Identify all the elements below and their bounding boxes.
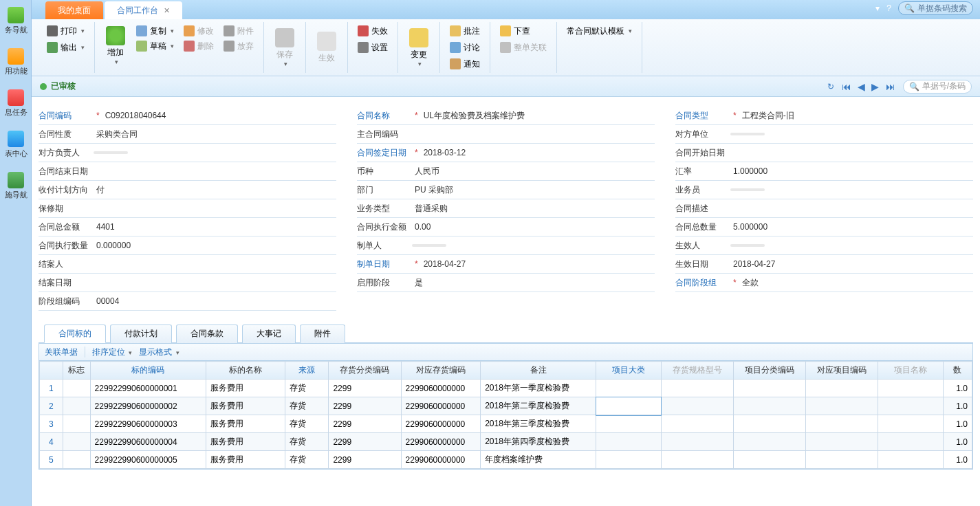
field-stage-group[interactable]: 全款: [739, 276, 973, 290]
cell-proj-cat[interactable]: [596, 451, 662, 469]
nav-item-guide2[interactable]: 施导航: [0, 165, 32, 206]
cell-qty[interactable]: 1.0: [943, 380, 972, 397]
cell-proj-code[interactable]: [806, 380, 878, 397]
field-salesman[interactable]: [730, 188, 765, 191]
field-rate[interactable]: 1.000000: [730, 165, 973, 177]
sort-button[interactable]: 排序定位 ▾: [92, 346, 132, 358]
discuss-button[interactable]: 讨论: [447, 40, 483, 55]
cell-proj-cat[interactable]: [596, 397, 662, 415]
field-closer[interactable]: [94, 263, 336, 265]
cell-flag[interactable]: [63, 380, 90, 397]
cell-qty[interactable]: 1.0: [943, 451, 972, 469]
cell-code[interactable]: 229922990600000004: [90, 433, 206, 451]
col-flag[interactable]: 标志: [63, 362, 90, 380]
cell-qty[interactable]: 1.0: [943, 415, 972, 433]
cell-cat[interactable]: 2299: [329, 433, 401, 451]
refresh-icon[interactable]: ↻: [827, 82, 834, 91]
cell-remark[interactable]: 2018年第三季度检验费: [481, 415, 596, 433]
field-warranty[interactable]: [94, 207, 336, 210]
nav-item-report[interactable]: 表中心: [0, 124, 32, 165]
cell-proj-code[interactable]: [806, 397, 878, 415]
cell-flag[interactable]: [63, 451, 90, 469]
tab-attach[interactable]: 附件: [300, 324, 345, 343]
cell-proj-code[interactable]: [806, 415, 878, 433]
cell-code[interactable]: 229922990600000005: [90, 451, 206, 469]
cell-inv[interactable]: 2299060000000: [401, 397, 481, 415]
cell-cat[interactable]: 2299: [329, 451, 401, 469]
attach-button[interactable]: 附件: [221, 23, 257, 38]
cell-spec[interactable]: [661, 415, 733, 433]
field-enable-stage[interactable]: 是: [412, 276, 655, 290]
tab-contract-workbench[interactable]: 合同工作台 ✕: [105, 1, 182, 19]
discard-button[interactable]: 放弃: [221, 38, 257, 54]
cell-proj-name[interactable]: [878, 415, 944, 433]
col-src[interactable]: 来源: [285, 362, 329, 380]
field-maker[interactable]: [412, 244, 446, 247]
barcode-search[interactable]: 🔍 单据条码搜索: [898, 1, 973, 15]
cell-cat[interactable]: 2299: [329, 380, 401, 397]
cell-cat[interactable]: 2299: [329, 397, 401, 415]
cell-proj-cat[interactable]: [596, 380, 662, 397]
col-spec[interactable]: 存货规格型号: [661, 362, 733, 380]
cell-remark[interactable]: 2018年第二季度检验费: [481, 397, 596, 415]
field-total-qty[interactable]: 5.000000: [730, 221, 973, 233]
cell-spec[interactable]: [661, 433, 733, 451]
cell-code[interactable]: 229922990600000003: [90, 415, 206, 433]
cell-proj-class[interactable]: [734, 397, 806, 415]
nav-item-task[interactable]: 息任务: [0, 82, 32, 124]
cell-inv[interactable]: 2299060000000: [401, 380, 481, 397]
field-contract-type[interactable]: 工程类合同-旧: [739, 109, 973, 123]
doc-search[interactable]: 🔍 单据号/条码: [903, 80, 972, 94]
field-biz-type[interactable]: 普通采购: [412, 201, 655, 216]
cell-inv[interactable]: 2299060000000: [401, 415, 481, 433]
save-button[interactable]: 保存▾: [271, 25, 298, 70]
effect-button[interactable]: 生效: [313, 29, 340, 67]
cell-proj-class[interactable]: [734, 380, 806, 397]
field-close-date[interactable]: [94, 281, 336, 284]
cell-proj-name[interactable]: [878, 380, 944, 397]
field-currency[interactable]: 人民币: [412, 164, 655, 179]
col-qty[interactable]: 数: [943, 362, 972, 380]
cell-name[interactable]: 服务费用: [206, 415, 285, 433]
cell-proj-class[interactable]: [734, 415, 806, 433]
col-rownum[interactable]: [40, 362, 63, 380]
cell-remark[interactable]: 2018年第一季度检验费: [481, 380, 596, 397]
cell-remark[interactable]: 2018年第四季度检验费: [481, 433, 596, 451]
nav-item-func[interactable]: 用功能: [0, 41, 32, 82]
delete-button[interactable]: 删除: [181, 38, 217, 54]
col-code[interactable]: 标的编码: [90, 362, 206, 380]
cell-code[interactable]: 229922990600000002: [90, 397, 206, 415]
cell-name[interactable]: 服务费用: [206, 433, 285, 451]
field-sign-date[interactable]: 2018-03-12: [421, 146, 655, 159]
field-exec-qty[interactable]: 0.000000: [94, 239, 336, 252]
cell-spec[interactable]: [661, 380, 733, 397]
col-proj-cat[interactable]: 项目大类: [596, 362, 662, 380]
field-contract-name[interactable]: UL年度检验费及档案维护费: [421, 109, 655, 123]
cell-proj-class[interactable]: [734, 433, 806, 451]
field-other-person[interactable]: [94, 151, 128, 154]
add-button[interactable]: 增加▾: [102, 23, 129, 68]
cell-proj-name[interactable]: [878, 433, 944, 451]
cell-flag[interactable]: [63, 433, 90, 451]
void-button[interactable]: 失效: [355, 23, 391, 38]
field-dept[interactable]: PU 采购部: [412, 183, 655, 197]
field-pay-dir[interactable]: 付: [94, 183, 336, 197]
field-effect-date[interactable]: 2018-04-27: [730, 258, 973, 270]
display-button[interactable]: 显示格式 ▾: [139, 346, 179, 358]
cell-name[interactable]: 服务费用: [206, 451, 285, 469]
cell-spec[interactable]: [661, 451, 733, 469]
chevron-down-icon[interactable]: ▾: [875, 3, 880, 13]
cell-src[interactable]: 存货: [285, 433, 329, 451]
link-batch-button[interactable]: 整单关联: [497, 40, 549, 55]
field-desc[interactable]: [730, 207, 973, 210]
cell-proj-code[interactable]: [806, 451, 878, 469]
table-row[interactable]: 2229922990600000002服务费用存货229922990600000…: [40, 397, 972, 415]
cell-inv[interactable]: 2299060000000: [401, 451, 481, 469]
cell-src[interactable]: 存货: [285, 397, 329, 415]
tab-event[interactable]: 大事记: [242, 324, 296, 343]
cell-src[interactable]: 存货: [285, 380, 329, 397]
first-icon[interactable]: ⏮: [840, 81, 853, 92]
col-cat[interactable]: 存货分类编码: [329, 362, 401, 380]
cell-proj-code[interactable]: [806, 433, 878, 451]
tab-pay-plan[interactable]: 付款计划: [110, 324, 172, 343]
